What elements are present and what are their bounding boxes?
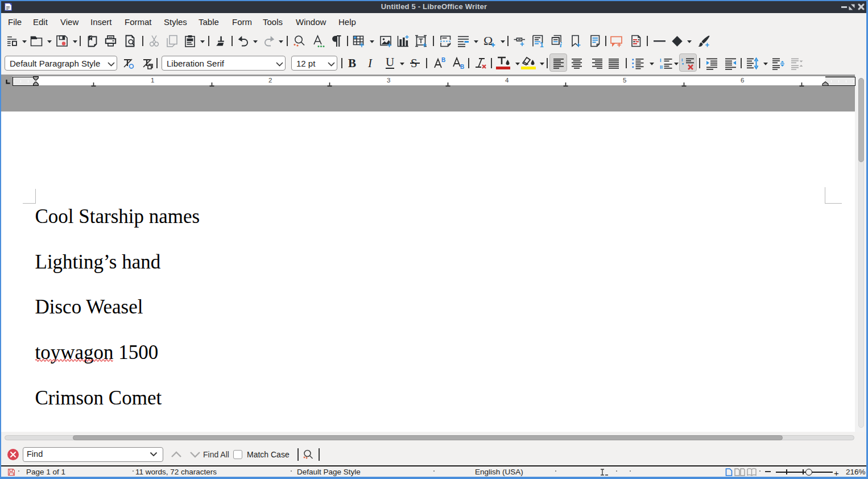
svg-text:Ω: Ω bbox=[483, 35, 493, 48]
svg-text:I: I bbox=[660, 57, 662, 63]
svg-text:B: B bbox=[441, 57, 445, 63]
svg-text:II: II bbox=[660, 64, 663, 70]
svg-text:i: i bbox=[560, 40, 562, 48]
svg-text:1: 1 bbox=[540, 40, 544, 48]
svg-text:B: B bbox=[460, 64, 464, 70]
svg-text:I: I bbox=[681, 57, 683, 63]
